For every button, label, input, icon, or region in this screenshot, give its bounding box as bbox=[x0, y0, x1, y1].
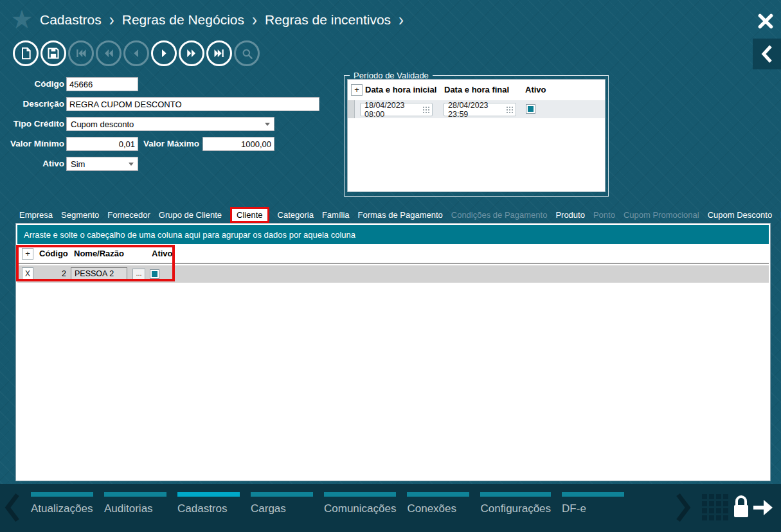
group-by-bar[interactable]: Arraste e solte o cabeçalho de uma colun… bbox=[17, 225, 769, 244]
previous-record-button[interactable] bbox=[123, 40, 149, 66]
chevron-left-icon bbox=[3, 492, 21, 524]
nav-scroll-right-button[interactable] bbox=[675, 492, 693, 526]
ativo-label: Ativo bbox=[0, 157, 64, 171]
date-picker-grid-icon bbox=[507, 107, 513, 113]
tab-cupom-desconto[interactable]: Cupom Desconto bbox=[708, 210, 772, 220]
chevron-separator-icon: › bbox=[399, 10, 404, 30]
tab-categoria[interactable]: Categoria bbox=[278, 210, 314, 220]
nav-underline-active bbox=[177, 492, 240, 497]
descricao-input[interactable] bbox=[66, 97, 319, 111]
collapse-panel-button[interactable] bbox=[753, 39, 781, 69]
delete-row-button[interactable]: X bbox=[22, 267, 33, 281]
validity-col-ativo[interactable]: Ativo bbox=[525, 80, 546, 100]
next-record-button[interactable] bbox=[151, 40, 177, 66]
tab-cliente[interactable]: Cliente bbox=[230, 207, 269, 223]
nav-item-cadastros[interactable]: Cadastros bbox=[177, 492, 240, 515]
tab-ponto: Ponto bbox=[593, 210, 615, 220]
tab-segmento[interactable]: Segmento bbox=[61, 210, 99, 220]
validity-ativo-checkbox[interactable] bbox=[526, 104, 535, 114]
tab-grupo-de-cliente[interactable]: Grupo de Cliente bbox=[159, 210, 222, 220]
row-selector[interactable] bbox=[348, 100, 355, 118]
fast-forward-icon bbox=[186, 48, 197, 59]
validity-grid-header: + Data e hora inicial Data e hora final … bbox=[348, 80, 605, 100]
end-date-value: 28/04/2023 23:59 bbox=[448, 101, 507, 119]
checkbox-check bbox=[528, 106, 534, 112]
close-icon[interactable] bbox=[755, 10, 777, 32]
breadcrumb-item-cadastros[interactable]: Cadastros bbox=[40, 12, 102, 28]
validity-row: 18/04/2023 08:00 28/04/2023 23:59 bbox=[348, 100, 605, 118]
chevron-down-icon bbox=[265, 123, 270, 126]
validity-col-start[interactable]: Data e hora inicial bbox=[365, 80, 436, 100]
end-date-field[interactable]: 28/04/2023 23:59 bbox=[444, 103, 516, 116]
tipo-credito-select[interactable]: Cupom desconto bbox=[66, 117, 274, 131]
nav-item-cargas[interactable]: Cargas bbox=[251, 492, 313, 515]
chevron-down-icon bbox=[129, 163, 134, 166]
valor-minimo-input[interactable] bbox=[66, 137, 138, 151]
breadcrumb-item-regras-incentivos[interactable]: Regras de incentivos bbox=[265, 12, 391, 28]
tab-familia[interactable]: Família bbox=[322, 210, 350, 220]
grid-col-nome-razao[interactable]: Nome/Razão bbox=[74, 244, 124, 263]
grid-row[interactable]: X 2 PESSOA 2 ... bbox=[17, 265, 769, 283]
apps-grid-icon[interactable] bbox=[702, 494, 729, 524]
grid-col-ativo[interactable]: Ativo bbox=[152, 244, 173, 263]
row-lookup-button[interactable]: ... bbox=[132, 269, 145, 279]
new-record-button[interactable] bbox=[13, 40, 39, 66]
favorite-star-icon[interactable]: ★ bbox=[10, 6, 33, 32]
valor-minimo-label: Valor Mínimo bbox=[0, 137, 64, 151]
tab-empresa[interactable]: Empresa bbox=[19, 210, 53, 220]
skip-first-icon bbox=[75, 48, 87, 59]
nav-underline bbox=[104, 492, 166, 497]
tab-formas-de-pagamento[interactable]: Formas de Pagamento bbox=[358, 210, 443, 220]
tab-fornecedor[interactable]: Fornecedor bbox=[107, 210, 150, 220]
nav-scroll-left-button[interactable] bbox=[3, 492, 21, 526]
grid-col-codigo[interactable]: Código bbox=[39, 244, 68, 263]
rewind-button[interactable] bbox=[96, 40, 121, 66]
row-ativo-checkbox[interactable] bbox=[150, 269, 159, 279]
tab-cupom-promocional: Cupom Promocional bbox=[624, 210, 699, 220]
descricao-label: Descrição bbox=[0, 97, 64, 111]
tab-produto[interactable]: Produto bbox=[555, 210, 585, 220]
codigo-input[interactable] bbox=[66, 77, 138, 91]
grid-add-row-button[interactable]: + bbox=[22, 248, 33, 260]
previous-icon bbox=[130, 48, 142, 59]
new-document-icon bbox=[19, 47, 32, 60]
row-nome-field[interactable]: PESSOA 2 bbox=[71, 267, 127, 281]
nav-underline bbox=[562, 492, 624, 497]
breadcrumb-item-regras-negocios[interactable]: Regras de Negócios bbox=[122, 12, 244, 28]
bottom-nav-bar: Atualizações Auditorias Cadastros Cargas… bbox=[0, 484, 781, 532]
validity-add-row-button[interactable]: + bbox=[351, 84, 363, 96]
nav-underline bbox=[31, 492, 93, 497]
lock-icon[interactable] bbox=[732, 494, 750, 522]
nav-item-auditorias[interactable]: Auditorias bbox=[104, 492, 166, 515]
nav-item-conexoes[interactable]: Conexões bbox=[407, 492, 469, 515]
nav-item-comunicacoes[interactable]: Comunicações bbox=[324, 492, 396, 515]
save-floppy-icon bbox=[47, 47, 60, 60]
nav-item-configuracoes[interactable]: Configurações bbox=[480, 492, 551, 515]
validity-grid: + Data e hora inicial Data e hora final … bbox=[347, 79, 606, 192]
search-button[interactable] bbox=[234, 40, 260, 66]
ativo-value: Sim bbox=[71, 159, 129, 169]
grid-header: + Código Nome/Razão Ativo bbox=[17, 244, 769, 264]
nav-item-atualizacoes[interactable]: Atualizações bbox=[31, 492, 93, 515]
valor-maximo-input[interactable] bbox=[202, 137, 274, 151]
row-codigo-value: 2 bbox=[35, 267, 66, 281]
validity-col-end[interactable]: Data e hora final bbox=[444, 80, 509, 100]
nav-item-dfe[interactable]: DF-e bbox=[562, 492, 624, 515]
cliente-grid: Arraste e solte o cabeçalho de uma colun… bbox=[15, 223, 771, 481]
nav-underline bbox=[251, 492, 313, 497]
start-date-field[interactable]: 18/04/2023 08:00 bbox=[360, 103, 433, 116]
ativo-select[interactable]: Sim bbox=[66, 157, 138, 171]
chevron-separator-icon: › bbox=[252, 10, 257, 30]
valor-maximo-label: Valor Máximo bbox=[132, 137, 199, 151]
last-record-button[interactable] bbox=[206, 40, 232, 66]
tab-condicoes-de-pagamento: Condições de Pagamento bbox=[451, 210, 548, 220]
nav-underline bbox=[407, 492, 469, 497]
first-record-button[interactable] bbox=[68, 40, 94, 66]
skip-last-icon bbox=[213, 48, 225, 59]
chevron-right-icon bbox=[675, 492, 693, 524]
module-nav: Atualizações Auditorias Cadastros Cargas… bbox=[31, 492, 624, 515]
arrow-right-icon[interactable] bbox=[752, 498, 774, 520]
save-button[interactable] bbox=[40, 40, 66, 66]
nav-underline bbox=[324, 492, 396, 497]
forward-button[interactable] bbox=[179, 40, 204, 66]
